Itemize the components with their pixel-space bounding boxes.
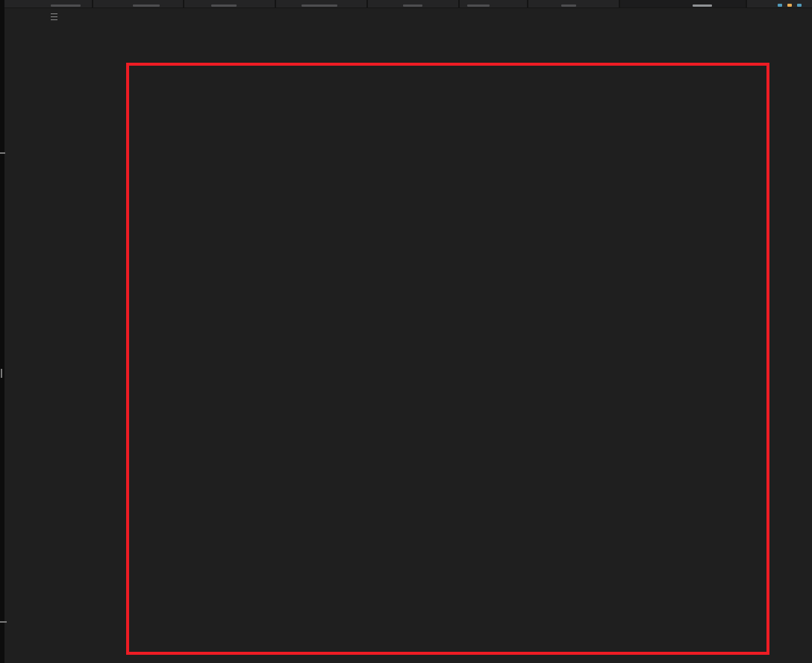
screen-artifact	[1, 369, 2, 378]
screen-artifact	[0, 621, 7, 623]
tab-file-icon	[787, 4, 792, 7]
tab-label-clipped	[561, 4, 576, 7]
tab-separator	[366, 0, 368, 7]
tab-label-clipped	[302, 4, 337, 7]
editor-tab-bar[interactable]	[0, 0, 812, 7]
tab-label-clipped	[467, 4, 490, 7]
tab-active[interactable]	[619, 0, 746, 7]
tab-file-icon	[778, 4, 782, 7]
tab-separator	[458, 0, 460, 7]
tab-separator	[527, 0, 528, 7]
tab-separator	[183, 0, 184, 7]
tab-file-icon	[797, 4, 802, 7]
file-icon	[51, 13, 57, 20]
window-edge	[0, 0, 4, 663]
tab-separator	[746, 0, 747, 7]
breadcrumb	[0, 8, 812, 25]
tab-label-clipped	[133, 4, 160, 7]
tab-separator	[92, 0, 93, 7]
tab-separator	[275, 0, 276, 7]
vscode-window	[0, 0, 812, 663]
tab-label-clipped	[51, 4, 81, 7]
tab-label-clipped	[211, 4, 237, 7]
tab-separator	[619, 0, 620, 7]
tab-label-clipped	[693, 4, 712, 7]
screen-artifact	[0, 152, 5, 154]
tab-label-clipped	[403, 4, 422, 7]
code-editor[interactable]	[0, 0, 812, 663]
